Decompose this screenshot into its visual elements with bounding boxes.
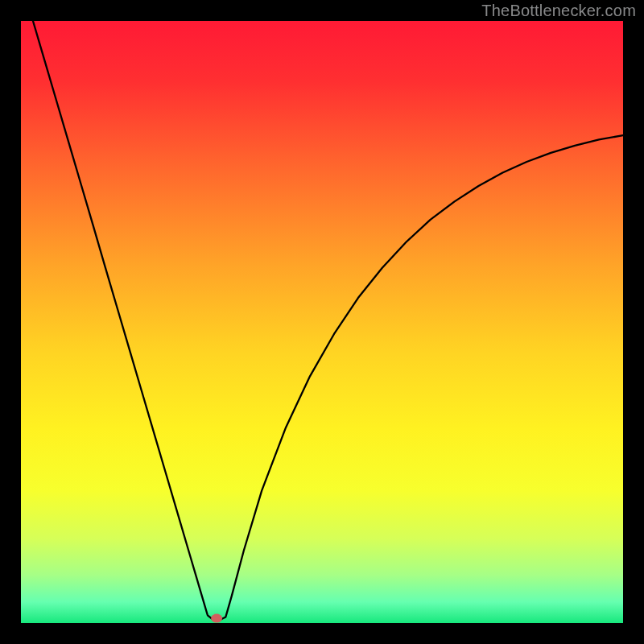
chart-frame: [21, 21, 623, 623]
watermark-text: TheBottlenecker.com: [481, 2, 636, 20]
gradient-background: [21, 21, 623, 623]
optimal-marker: [211, 614, 222, 623]
bottleneck-chart: [21, 21, 623, 623]
